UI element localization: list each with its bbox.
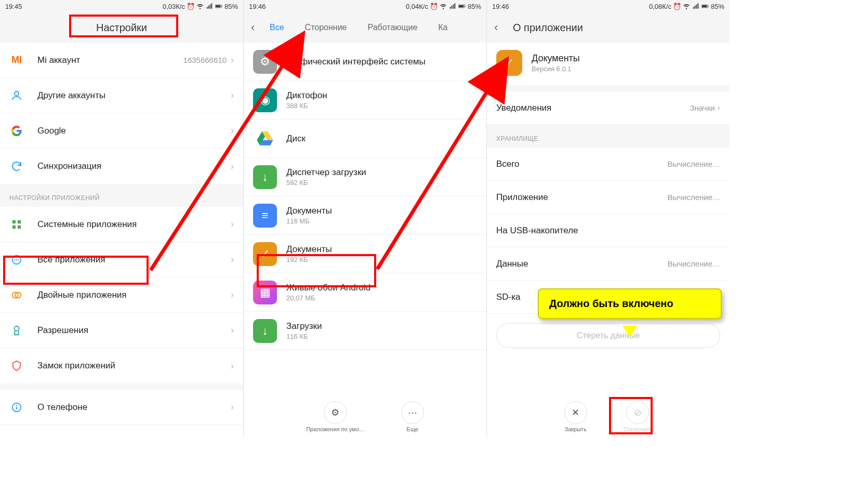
app-row[interactable]: ▦Живые обои Android20,07 МБ bbox=[244, 273, 486, 312]
status-speed: 0,04К/с bbox=[406, 3, 428, 10]
app-icon: ▦ bbox=[253, 281, 277, 304]
row-google[interactable]: Google › bbox=[0, 113, 243, 149]
alarm-icon: ⏰ bbox=[673, 3, 681, 10]
permission-icon bbox=[9, 323, 24, 338]
app-icon: ↓ bbox=[253, 165, 277, 189]
svg-rect-6 bbox=[12, 225, 16, 228]
tab-more[interactable]: Ка bbox=[438, 23, 447, 32]
svg-rect-1 bbox=[216, 5, 220, 7]
wifi-icon bbox=[683, 3, 690, 10]
status-time: 19:46 bbox=[249, 3, 266, 10]
row-mi-account[interactable]: MI Mi аккаунт 1635666610 › bbox=[0, 43, 243, 78]
chevron-right-icon: › bbox=[231, 325, 234, 336]
status-time: 19:45 bbox=[5, 3, 22, 10]
app-row[interactable]: ◉Диктофон388 КБ bbox=[244, 81, 486, 120]
grid-icon bbox=[9, 217, 24, 232]
app-size: 20,07 МБ bbox=[286, 294, 370, 302]
storage-row[interactable]: На USB-накопителе bbox=[487, 214, 730, 247]
app-icon: ◉ bbox=[253, 88, 277, 112]
app-name: Диск bbox=[286, 134, 306, 144]
app-name: Документы bbox=[286, 206, 332, 216]
app-icon: ≡ bbox=[253, 204, 277, 228]
svg-rect-20 bbox=[465, 6, 466, 7]
row-notifications[interactable]: Уведомления Значки › bbox=[487, 91, 730, 125]
google-icon bbox=[9, 124, 24, 138]
row-about-phone[interactable]: О телефоне › bbox=[0, 390, 243, 425]
screen-settings: 19:45 0,03К/с ⏰ 85% Настройки MI Mi акка… bbox=[0, 0, 243, 436]
status-battery: 85% bbox=[224, 3, 238, 10]
storage-row[interactable]: ПриложениеВычисление… bbox=[487, 181, 730, 214]
app-row[interactable]: ≡Документы116 МБ bbox=[244, 196, 486, 235]
row-system-apps[interactable]: Системные приложения › bbox=[0, 207, 243, 242]
svg-point-11 bbox=[18, 259, 19, 260]
more-button[interactable]: ⋯ Еще bbox=[401, 401, 424, 432]
battery-icon bbox=[215, 3, 222, 10]
storage-row[interactable]: ВсегоВычисление… bbox=[487, 148, 730, 181]
row-other-accounts[interactable]: Другие аккаунты › bbox=[0, 78, 243, 113]
app-icon bbox=[253, 127, 277, 151]
app-size: 192 КБ bbox=[286, 256, 332, 263]
chevron-right-icon: › bbox=[231, 361, 234, 372]
tab-all[interactable]: Все bbox=[270, 23, 284, 32]
app-name: Загрузки bbox=[286, 321, 322, 331]
app-row[interactable]: ✓Документы192 КБ bbox=[244, 235, 486, 273]
annotation-callout: Должно быть включено bbox=[538, 288, 722, 319]
person-icon bbox=[9, 88, 24, 103]
disable-button[interactable]: ⊘ Отключить bbox=[624, 401, 653, 432]
status-speed: 0,08К/с bbox=[649, 3, 671, 10]
chevron-right-icon: › bbox=[231, 254, 234, 265]
app-row[interactable]: Диск bbox=[244, 120, 486, 158]
row-all-apps[interactable]: Все приложения › bbox=[0, 242, 243, 277]
app-row[interactable]: ⚙Графический интерфейс системы bbox=[244, 43, 486, 81]
chevron-right-icon: › bbox=[231, 402, 234, 413]
dual-icon bbox=[9, 288, 24, 302]
app-row[interactable]: ↓Диспетчер загрузки592 КБ bbox=[244, 158, 486, 196]
signal-icon bbox=[206, 3, 213, 10]
screen-app-detail: 19:46 0,08К/с ⏰ 85% ‹ О приложении ✓ Док… bbox=[486, 0, 730, 436]
svg-rect-23 bbox=[708, 6, 709, 7]
app-size: 116 МБ bbox=[286, 217, 332, 225]
svg-point-3 bbox=[15, 91, 19, 96]
back-icon[interactable]: ‹ bbox=[494, 21, 498, 34]
storage-row[interactable]: ДанныеВычисление… bbox=[487, 247, 730, 281]
status-bar: 19:46 0,04К/с ⏰ 85% bbox=[244, 0, 486, 12]
signal-icon bbox=[449, 3, 456, 10]
svg-point-14 bbox=[14, 326, 19, 330]
svg-rect-4 bbox=[12, 220, 16, 223]
row-dual-apps[interactable]: Двойные приложения › bbox=[0, 277, 243, 313]
app-name: Графический интерфейс системы bbox=[286, 57, 426, 67]
svg-rect-19 bbox=[459, 5, 464, 7]
close-button[interactable]: ✕ Закрыть bbox=[564, 401, 587, 432]
svg-point-16 bbox=[16, 405, 17, 406]
app-hero: ✓ Документы Версия 6.0.1 bbox=[487, 43, 730, 85]
app-icon: ↓ bbox=[253, 319, 277, 343]
svg-rect-7 bbox=[18, 225, 21, 228]
app-size: 592 КБ bbox=[286, 179, 366, 187]
sync-icon bbox=[9, 159, 24, 174]
section-apps-label: НАСТРОЙКИ ПРИЛОЖЕНИЙ bbox=[0, 184, 243, 207]
row-app-lock[interactable]: Замок приложений › bbox=[0, 348, 243, 383]
app-name: Документы bbox=[532, 53, 580, 64]
tab-thirdparty[interactable]: Сторонние bbox=[305, 23, 347, 32]
status-bar: 19:46 0,08К/с ⏰ 85% bbox=[487, 0, 730, 12]
tab-running[interactable]: Работающие bbox=[367, 23, 417, 32]
row-permissions[interactable]: Разрешения › bbox=[0, 313, 243, 348]
apps-list: ⚙Графический интерфейс системы◉Диктофон3… bbox=[244, 43, 486, 350]
svg-rect-22 bbox=[702, 5, 707, 7]
chevron-right-icon: › bbox=[717, 103, 720, 113]
app-name: Живые обои Android bbox=[286, 283, 370, 293]
erase-data-button[interactable]: Стереть данные bbox=[496, 323, 720, 348]
disable-icon: ⊘ bbox=[626, 401, 649, 424]
page-title: Настройки bbox=[96, 22, 147, 34]
app-row[interactable]: ↓Загрузки116 КБ bbox=[244, 312, 486, 350]
status-battery: 85% bbox=[468, 3, 481, 10]
row-sync[interactable]: Синхронизация › bbox=[0, 149, 243, 184]
tabs-header: ‹ Все Сторонние Работающие Ка bbox=[244, 12, 486, 43]
default-apps-button[interactable]: ⚙ Приложения по умо… bbox=[306, 401, 365, 432]
app-size: 116 КБ bbox=[286, 333, 322, 340]
bottom-bar: ⚙ Приложения по умо… ⋯ Еще bbox=[244, 396, 486, 436]
battery-icon bbox=[458, 3, 466, 10]
back-icon[interactable]: ‹ bbox=[251, 21, 255, 34]
app-size: 388 КБ bbox=[286, 102, 327, 110]
chevron-right-icon: › bbox=[231, 125, 234, 136]
